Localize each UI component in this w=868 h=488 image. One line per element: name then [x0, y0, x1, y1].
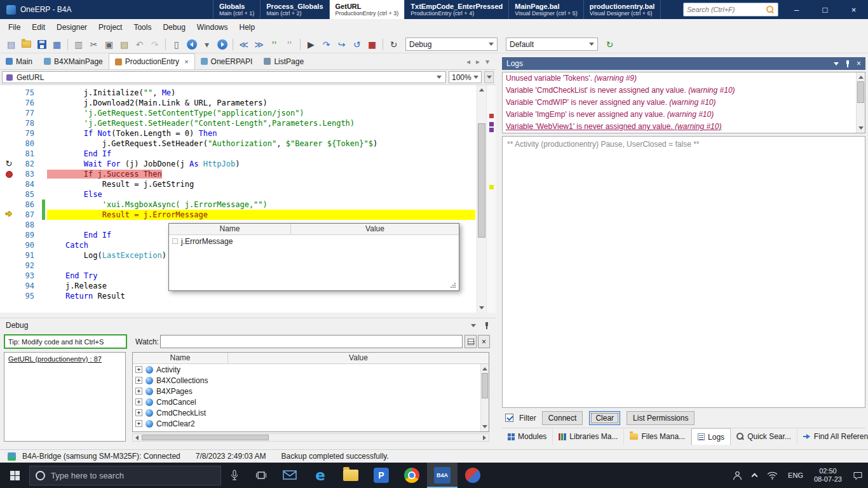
tab-close-icon[interactable]: × [184, 58, 188, 65]
breakpoint-margin[interactable] [0, 210, 18, 220]
tab-scroll-left-icon[interactable]: ◂ [466, 57, 470, 66]
edge-app-button[interactable]: e [305, 463, 336, 488]
breakpoint-margin[interactable] [0, 128, 18, 139]
watch-clear-button[interactable]: × [478, 335, 490, 348]
code-line-79[interactable]: 79 If Not(Token.Length = 0) Then [0, 128, 475, 139]
bookmark-icon[interactable]: ▯ [169, 37, 184, 51]
tree-expander-icon[interactable] [135, 388, 142, 395]
scrollbar-thumb[interactable] [142, 435, 269, 440]
code-line-87[interactable]: 87 Result = j.ErrorMessage [0, 210, 475, 220]
bottom-tab-modules[interactable]: Modules [502, 428, 553, 445]
menu-edit[interactable]: Edit [26, 20, 51, 35]
module-tab-globals[interactable]: GlobalsMain (ctrl + 1) [213, 0, 260, 19]
annotation-mark[interactable] [489, 185, 494, 189]
scroll-up-icon[interactable] [477, 85, 486, 95]
scroll-up-icon[interactable] [481, 364, 489, 374]
mail-app-button[interactable] [275, 463, 305, 488]
warning-item[interactable]: Variable 'WebView1' is never assigned an… [503, 121, 865, 133]
list-permissions-button[interactable]: List Permissions [627, 411, 695, 425]
taskbar-clock[interactable]: 02:50 08-07-23 [808, 467, 848, 484]
breakpoint-margin[interactable]: ↻ [0, 159, 18, 169]
method-selector-combo[interactable]: GetURL [2, 71, 446, 83]
variable-row-b4xcollections[interactable]: B4XCollections [133, 375, 489, 386]
module-tab-txtempcode-enterpressed[interactable]: TxtEmpCode_EnterPressedProductionEntry (… [404, 0, 508, 19]
tab-scroll-right-icon[interactable]: ▸ [476, 57, 480, 66]
warning-item[interactable]: Unused variable 'Tokens'. (warning #9) [503, 72, 865, 85]
scroll-left-icon[interactable] [133, 434, 141, 441]
breakpoint-margin[interactable] [0, 230, 18, 240]
redo-icon[interactable]: ↷ [147, 37, 162, 51]
step-over-icon[interactable]: ↷ [319, 37, 334, 51]
taskbar-search[interactable]: Type here to search [29, 466, 221, 485]
code-line-75[interactable]: 75 j.Initialize("", Me) [0, 88, 475, 98]
code-editor[interactable]: 75 j.Initialize("", Me)76 j.Download2(Ma… [0, 85, 496, 313]
chrome-app-button[interactable] [397, 463, 427, 488]
open-project-icon[interactable] [19, 37, 34, 51]
breakpoint-margin[interactable] [0, 169, 18, 179]
clear-button[interactable]: Clear [589, 411, 620, 425]
call-stack-entry[interactable]: GetURL (productionentry) : 87 [8, 355, 121, 363]
language-indicator[interactable]: ENG [783, 463, 808, 488]
module-tab-mainpage-bal[interactable]: MainPage.balVisual Designer (ctrl + 5) [508, 0, 583, 19]
step-into-icon[interactable]: ↪ [334, 37, 349, 51]
bridge-app-button[interactable] [458, 463, 488, 488]
variable-row-activity[interactable]: Activity [133, 364, 489, 375]
editor-vertical-scrollbar[interactable] [477, 85, 486, 313]
watch-input[interactable] [160, 335, 463, 348]
variables-horizontal-scrollbar[interactable] [132, 433, 489, 442]
variable-row-cmdchecklist[interactable]: CmdCheckList [133, 407, 489, 418]
tab-list-dropdown-icon[interactable]: ▾ [485, 57, 489, 66]
breakpoint-margin[interactable] [0, 200, 18, 210]
run-icon[interactable]: ▶ [304, 37, 318, 51]
module-tab-productionentry-bal[interactable]: productionentry.balVisual Designer (ctrl… [583, 0, 661, 19]
maximize-button[interactable]: □ [811, 0, 839, 19]
log-output[interactable]: ** Activity (productionentry) Pause, Use… [502, 136, 865, 408]
outdent-icon[interactable]: ≪ [236, 37, 251, 51]
breakpoint-margin[interactable] [0, 118, 18, 128]
breakpoint-margin[interactable] [0, 149, 18, 159]
tree-expander-icon[interactable] [135, 420, 142, 427]
navigate-forward-icon[interactable] [215, 37, 229, 51]
code-line-86[interactable]: 86 'xui.MsgboxAsync( j.ErrorMessage,"") [0, 200, 475, 210]
tab-b4xmainpage[interactable]: B4XMainPage [38, 53, 109, 69]
breakpoint-margin[interactable] [0, 189, 18, 200]
panel-position-icon[interactable] [834, 62, 839, 65]
menu-help[interactable]: Help [234, 20, 261, 35]
titlebar-search-input[interactable] [687, 6, 764, 13]
annotation-mark[interactable] [489, 122, 494, 126]
scroll-down-icon[interactable] [481, 422, 489, 431]
menu-windows[interactable]: Windows [191, 20, 234, 35]
task-view-button[interactable] [248, 463, 275, 488]
copy-icon[interactable]: ▣ [102, 37, 116, 51]
undo-icon[interactable]: ↶ [132, 37, 147, 51]
paste-icon[interactable]: ▤ [117, 37, 132, 51]
annotation-mark[interactable] [489, 114, 494, 118]
code-line-76[interactable]: 76 j.Download2(Main.Link & URL, Paramete… [0, 98, 475, 108]
pin-icon[interactable] [844, 60, 851, 67]
code-line-77[interactable]: 77 'j.GetRequest.SetContentType("applica… [0, 108, 475, 118]
warning-item[interactable]: Variable 'ImgEmp' is never assigned any … [503, 109, 865, 121]
code-line-95[interactable]: 95 Return Result [0, 291, 475, 301]
comment-icon[interactable]: '' [267, 37, 281, 51]
tree-expander-icon[interactable] [135, 377, 142, 384]
watch-list-button[interactable] [465, 335, 477, 348]
menu-debug[interactable]: Debug [157, 20, 191, 35]
scrollbar-thumb[interactable] [478, 123, 485, 238]
scrollbar-thumb[interactable] [482, 373, 488, 398]
close-button[interactable]: × [839, 0, 868, 19]
tab-main[interactable]: Main [0, 53, 38, 69]
people-button[interactable] [728, 463, 747, 488]
minimize-button[interactable]: – [782, 0, 811, 19]
microphone-button[interactable] [221, 463, 248, 488]
scroll-down-icon[interactable] [857, 123, 865, 133]
step-out-icon[interactable]: ↺ [349, 37, 364, 51]
tab-listpage[interactable]: ListPage [258, 53, 309, 69]
bottom-tab-logs[interactable]: Logs [691, 428, 731, 445]
tab-productionentry[interactable]: ProductionEntry× [109, 53, 195, 69]
p-app-button[interactable]: P [366, 463, 397, 488]
editor-options-button[interactable] [484, 71, 494, 83]
breakpoint-margin[interactable] [0, 179, 18, 189]
show-hidden-icons-button[interactable] [747, 463, 762, 488]
scroll-right-icon[interactable] [480, 434, 489, 441]
breakpoint-margin[interactable] [0, 88, 18, 98]
